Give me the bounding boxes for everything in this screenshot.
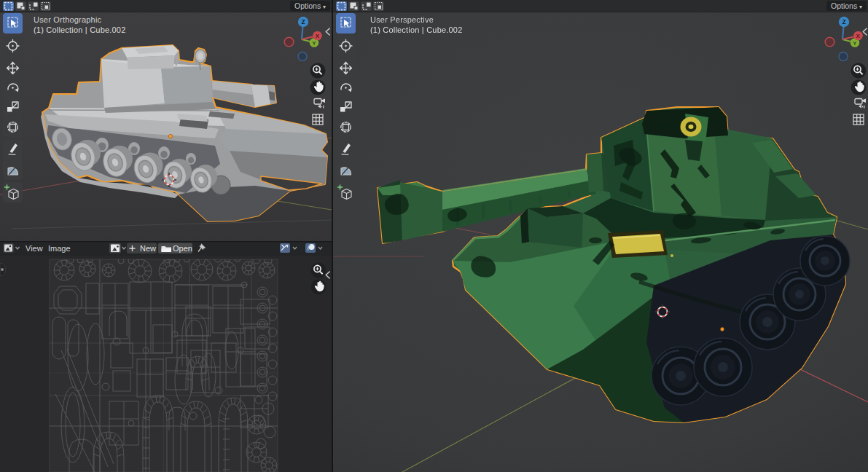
svg-text:Open: Open [173,244,192,253]
svg-text:New: New [140,244,156,253]
svg-text:Image: Image [48,244,71,253]
svg-text:View: View [26,244,43,253]
